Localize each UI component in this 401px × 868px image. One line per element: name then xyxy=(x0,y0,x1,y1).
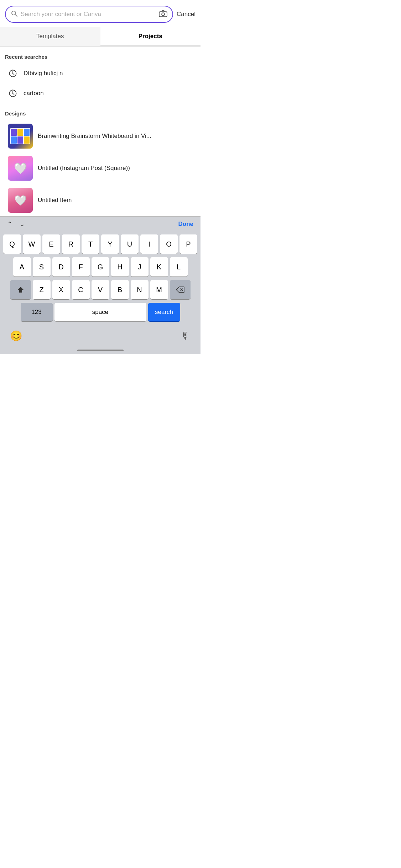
key-z[interactable]: Z xyxy=(33,280,51,299)
key-v[interactable]: V xyxy=(92,280,109,299)
design-item-3[interactable]: 🤍 Untitled Item xyxy=(5,184,196,216)
design-item-1[interactable]: Brainwriting Brainstorm Whiteboard in Vi… xyxy=(5,120,196,152)
tabs: Templates Projects xyxy=(0,27,200,47)
home-indicator-bar xyxy=(77,350,124,351)
key-x[interactable]: X xyxy=(52,280,70,299)
svg-line-9 xyxy=(13,94,14,95)
design-thumb-3: 🤍 xyxy=(8,188,33,213)
emoji-mic-row: 😊 🎙 xyxy=(0,326,200,347)
svg-line-1 xyxy=(15,15,17,17)
key-f[interactable]: F xyxy=(72,257,90,277)
clock-icon-2 xyxy=(8,88,18,98)
design-label-2: Untitled (Instagram Post (Square)) xyxy=(38,165,130,172)
search-key[interactable]: search xyxy=(148,303,180,321)
camera-icon[interactable] xyxy=(159,10,167,19)
recent-search-label-2: cartoon xyxy=(24,90,44,97)
numbers-key[interactable]: 123 xyxy=(21,303,53,321)
content-area: Recent searches Dfbivig huficj n cartoon… xyxy=(0,54,200,216)
tab-projects[interactable]: Projects xyxy=(100,27,201,46)
done-button[interactable]: Done xyxy=(178,221,194,228)
design-item-2[interactable]: 🤍 Untitled (Instagram Post (Square)) xyxy=(5,152,196,184)
key-p[interactable]: P xyxy=(179,234,197,254)
key-n[interactable]: N xyxy=(131,280,149,299)
svg-rect-2 xyxy=(159,12,167,17)
key-r[interactable]: R xyxy=(62,234,80,254)
key-b[interactable]: B xyxy=(111,280,129,299)
search-placeholder: Search your content or Canva xyxy=(21,11,156,18)
svg-point-3 xyxy=(162,13,165,16)
keyboard-toolbar: ⌃ ⌄ Done xyxy=(0,216,200,232)
delete-key[interactable] xyxy=(170,280,191,299)
space-key[interactable]: space xyxy=(54,303,146,321)
recent-search-item-1[interactable]: Dfbivig huficj n xyxy=(5,63,196,83)
key-w[interactable]: W xyxy=(23,234,41,254)
keyboard-row-1: Q W E R T Y U I O P xyxy=(1,234,199,254)
tab-templates[interactable]: Templates xyxy=(0,27,100,46)
clock-icon-1 xyxy=(8,68,18,78)
key-l[interactable]: L xyxy=(170,257,188,277)
key-t[interactable]: T xyxy=(82,234,99,254)
design-thumb-1 xyxy=(8,124,33,149)
key-j[interactable]: J xyxy=(131,257,149,277)
recent-searches-header: Recent searches xyxy=(5,54,196,60)
key-g[interactable]: G xyxy=(92,257,109,277)
search-box[interactable]: Search your content or Canva xyxy=(5,6,173,23)
search-area: Search your content or Canva Cancel xyxy=(0,0,200,27)
keyboard: Q W E R T Y U I O P A S D F G H J K L Z … xyxy=(0,232,200,326)
key-i[interactable]: I xyxy=(140,234,158,254)
home-indicator-area xyxy=(0,347,200,354)
key-d[interactable]: D xyxy=(52,257,70,277)
designs-header: Designs xyxy=(5,110,196,117)
key-k[interactable]: K xyxy=(150,257,168,277)
keyboard-row-2: A S D F G H J K L xyxy=(1,257,199,277)
key-s[interactable]: S xyxy=(33,257,51,277)
keyboard-row-4: 123 space search xyxy=(1,303,199,321)
design-label-1: Brainwriting Brainstorm Whiteboard in Vi… xyxy=(38,133,151,140)
key-q[interactable]: Q xyxy=(3,234,21,254)
design-thumb-2: 🤍 xyxy=(8,156,33,181)
design-label-3: Untitled Item xyxy=(38,197,72,204)
recent-search-item-2[interactable]: cartoon xyxy=(5,83,196,103)
key-e[interactable]: E xyxy=(42,234,60,254)
cancel-button[interactable]: Cancel xyxy=(177,11,196,18)
arrow-up-button[interactable]: ⌃ xyxy=(7,220,12,228)
toolbar-arrows: ⌃ ⌄ xyxy=(7,220,25,228)
microphone-button[interactable]: 🎙 xyxy=(181,330,191,342)
arrow-down-button[interactable]: ⌄ xyxy=(20,220,25,228)
key-u[interactable]: U xyxy=(121,234,139,254)
svg-line-6 xyxy=(13,74,14,75)
search-icon xyxy=(11,10,18,19)
key-h[interactable]: H xyxy=(111,257,129,277)
key-c[interactable]: C xyxy=(72,280,90,299)
shift-key[interactable] xyxy=(10,280,31,299)
recent-search-label-1: Dfbivig huficj n xyxy=(24,70,63,77)
key-m[interactable]: M xyxy=(150,280,168,299)
key-y[interactable]: Y xyxy=(101,234,119,254)
emoji-button[interactable]: 😊 xyxy=(10,330,22,342)
key-o[interactable]: O xyxy=(160,234,178,254)
key-a[interactable]: A xyxy=(13,257,31,277)
keyboard-row-3: Z X C V B N M xyxy=(1,280,199,299)
